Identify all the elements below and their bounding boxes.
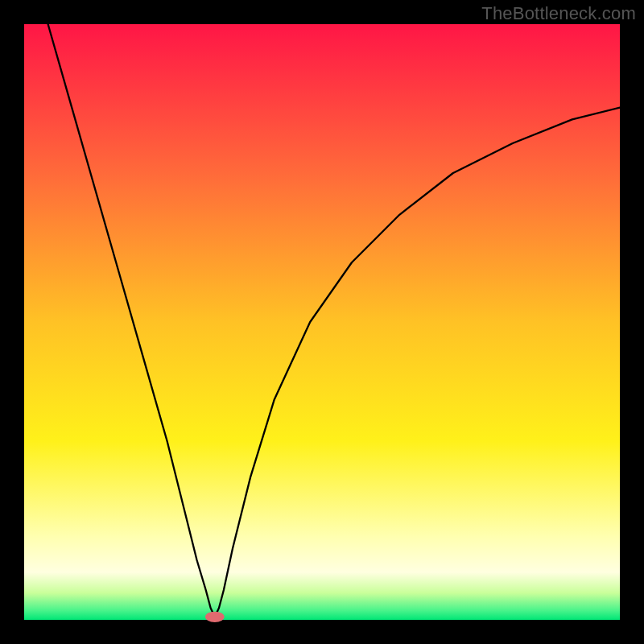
optimum-marker (205, 612, 225, 622)
chart-stage: TheBottleneck.com (0, 0, 644, 644)
watermark-label: TheBottleneck.com (481, 3, 636, 24)
bottleneck-chart (0, 0, 644, 644)
plot-background (24, 24, 620, 620)
